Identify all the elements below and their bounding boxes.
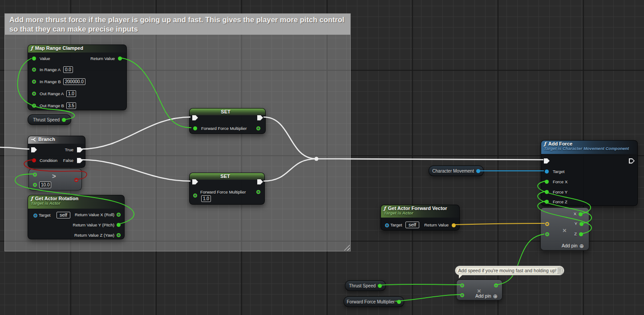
value-target-self[interactable]: self [57,212,70,218]
add-pin-button[interactable]: Add pin⊕ [562,243,584,249]
pin-in-range-a[interactable] [32,68,36,72]
node-greater[interactable]: 10.0 > [28,169,82,190]
pin-force-z[interactable] [545,200,549,204]
pin-pitch-out[interactable] [117,223,121,227]
node-set-forward-force-multiplier-2[interactable]: SET Forward Force Multiplier 1.0 [189,173,265,205]
pin-exec-false[interactable] [77,158,83,163]
pin-ffm-out[interactable] [256,190,260,194]
pin-y-out[interactable] [579,222,583,226]
pin-force-y[interactable] [545,190,549,194]
pin-out-range-a[interactable] [32,92,36,96]
pin-ffm-in[interactable] [193,194,197,198]
pin-exec-out[interactable] [257,115,263,121]
pin-label-roll: Return Value X (Roll) [75,212,114,218]
blueprint-canvas[interactable]: Add more thrust force if the player is g… [0,0,644,315]
node-header[interactable]: SET [190,173,264,180]
value-in-range-a[interactable]: 0.0 [63,66,73,73]
node-add-force[interactable]: ƒAdd ForceTarget is Character Movement C… [541,140,638,206]
bubble-pointer [459,275,462,279]
pin-multiply-a[interactable] [545,222,549,226]
node-map-range-clamped[interactable]: ƒMap Range Clamped Value In Range A 0.0 … [28,44,127,110]
wire-ffm-mult2[interactable] [395,295,461,301]
pin-exec-in[interactable] [192,179,198,185]
pin-exec-in[interactable] [544,158,550,164]
add-pin-icon[interactable]: ⊕ [493,293,498,299]
node-header[interactable]: SET [190,109,265,115]
pin-exec-out[interactable] [257,179,263,185]
node-header[interactable]: Branch [28,136,85,144]
pin-value-in[interactable] [32,57,36,61]
pin-z-out[interactable] [579,232,583,236]
pin-target[interactable] [33,214,37,218]
node-thrust-speed-get[interactable]: Thrust Speed [28,114,71,125]
pin-label-in-range-a: In Range A [40,67,61,73]
node-get-actor-rotation[interactable]: ƒGet Actor RotationTarget is Actor Targe… [28,195,125,239]
add-pin-button[interactable]: Add pin⊕ [475,293,498,299]
pin-return-value[interactable] [118,57,122,61]
pin-target[interactable] [385,223,389,227]
node-header[interactable]: ƒGet Actor Forward VectorTarget is Actor [381,205,459,218]
value-ffm[interactable]: 1.0 [201,195,211,202]
pin-greater-b[interactable] [33,183,37,187]
pin-thrust-speed-out[interactable] [378,284,382,288]
pin-multiply-out[interactable] [494,283,498,287]
pin-label-x: X [574,211,576,217]
wire-forwardvector-mult1[interactable] [453,223,545,225]
bubble-pin-icon[interactable] [558,268,563,274]
pin-multiply-b[interactable] [460,293,464,297]
pin-character-movement-out[interactable] [476,169,480,173]
pin-label-ffm: Forward Force Multiplier [201,125,247,131]
add-pin-icon[interactable]: ⊕ [579,243,584,249]
wire-thrustspeed2-mult2[interactable] [378,284,461,285]
pin-greater-out[interactable] [74,178,78,182]
value-out-range-a[interactable]: 1.0 [66,90,76,97]
pin-ffm-out[interactable] [397,300,401,304]
pin-roll-out[interactable] [117,213,121,217]
pin-in-range-b[interactable] [32,80,36,84]
pin-out-range-b[interactable] [32,104,36,108]
pin-exec-out[interactable] [629,158,635,164]
pin-ffm-in[interactable] [193,126,197,130]
pin-condition[interactable] [32,158,36,162]
node-multiply-2[interactable]: × Add pin⊕ [456,279,502,300]
pin-greater-a[interactable] [33,173,37,177]
pin-return-value[interactable] [452,223,456,227]
node-header[interactable]: ƒAdd ForceTarget is Character Movement C… [541,141,637,154]
pin-x-out[interactable] [579,212,583,216]
node-title: SET [220,174,230,179]
node-forward-force-multiplier-get[interactable]: Forward Force Multiplier [344,296,404,307]
pin-force-x[interactable] [545,180,549,184]
pin-target[interactable] [545,170,549,174]
node-branch[interactable]: Branch Condition True False [28,136,85,168]
pin-label-yaw: Return Value Z (Yaw) [74,232,114,238]
pin-exec-in[interactable] [31,147,37,153]
node-character-movement-get[interactable]: Character Movement [429,166,484,176]
node-get-actor-forward-vector[interactable]: ƒGet Actor Forward VectorTarget is Actor… [381,205,460,230]
value-out-range-b[interactable]: 3.5 [66,102,76,109]
comment-resize-handle[interactable] [344,245,350,250]
pin-label-force-x: Force X [553,179,567,185]
pin-multiply-a[interactable] [460,283,464,287]
pin-yaw-out[interactable] [117,233,121,237]
node-set-forward-force-multiplier-1[interactable]: SET Forward Force Multiplier [189,108,266,134]
value-target-self[interactable]: self [405,222,419,228]
variable-label: Character Movement [432,169,474,174]
value-in-range-b[interactable]: 200000.0 [63,78,85,85]
node-subtitle: Target is Actor [31,201,121,206]
value-greater-b[interactable]: 10.0 [39,182,51,188]
node-thrust-speed-get-2[interactable]: Thrust Speed [345,280,386,291]
pin-thrust-speed-out[interactable] [62,118,66,122]
comment-bubble[interactable]: Add speed if you're moving fast and hold… [455,266,564,275]
pin-exec-in[interactable] [192,115,198,121]
pin-label-false: False [63,158,73,163]
pin-ffm-out[interactable] [256,126,260,130]
pin-multiply-b[interactable] [545,232,549,236]
node-header[interactable]: ƒGet Actor RotationTarget is Actor [28,195,124,209]
node-header[interactable]: ƒMap Range Clamped [28,45,126,52]
function-icon: ƒ [31,45,33,51]
greater-symbol: > [52,172,56,180]
comment-title[interactable]: Add more thrust force if the player is g… [5,14,350,35]
pin-exec-true[interactable] [77,147,83,153]
wire-mult2-mult1[interactable] [495,234,544,285]
node-multiply-1[interactable]: X Y Z × Add pin⊕ [540,207,589,250]
